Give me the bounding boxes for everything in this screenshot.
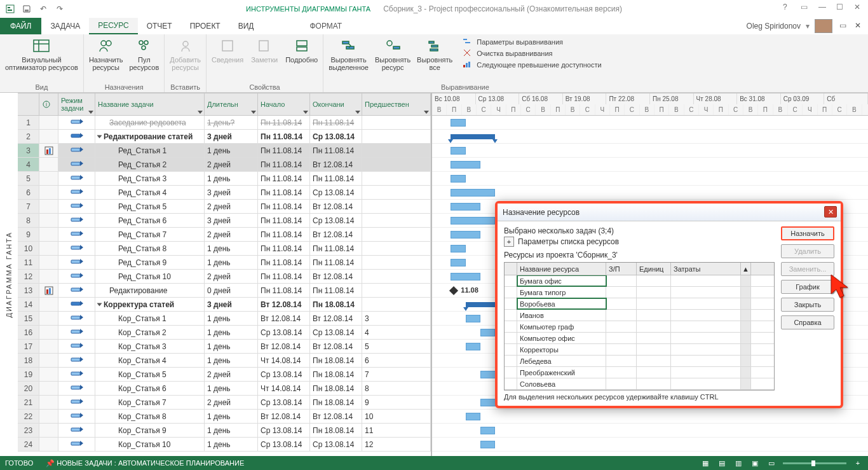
task-name-cell[interactable]: Ред_Статья 6 bbox=[95, 214, 205, 227]
task-row[interactable]: 21Кор_Статья 72 днейСр 13.08.14Пн 18.08.… bbox=[18, 396, 431, 410]
task-name-cell[interactable]: Ред_Статья 10 bbox=[95, 270, 205, 283]
task-row[interactable]: 17Кор_Статья 31 деньВт 12.08.14Вт 12.08.… bbox=[18, 340, 431, 354]
task-name-cell[interactable]: Ред_Статья 8 bbox=[95, 242, 205, 255]
task-row[interactable]: 18Кор_Статья 41 деньЧт 14.08.14Пн 18.08.… bbox=[18, 354, 431, 368]
add-resources-button[interactable]: Добавить ресурсы bbox=[170, 37, 201, 71]
duration-cell[interactable]: 2 дней bbox=[205, 228, 258, 241]
gantt-row[interactable] bbox=[432, 410, 868, 424]
start-cell[interactable]: Пн 11.08.14 bbox=[258, 144, 310, 157]
finish-cell[interactable]: Вт 12.08.14 bbox=[310, 270, 362, 283]
resource-name-cell[interactable]: Бумага типогр bbox=[517, 287, 606, 298]
row-number[interactable]: 9 bbox=[18, 228, 39, 241]
task-row[interactable]: 20Кор_Статья 61 деньЧт 14.08.14Пн 18.08.… bbox=[18, 382, 431, 396]
task-name-cell[interactable]: Ред_Статья 2 bbox=[95, 158, 205, 171]
finish-cell[interactable]: Вт 12.08.14 bbox=[310, 410, 362, 423]
ribbon-display-icon[interactable]: ▭ bbox=[801, 3, 810, 11]
gantt-bar[interactable] bbox=[451, 231, 480, 238]
task-mode-cell[interactable] bbox=[58, 298, 95, 311]
view-shortcut-2-icon[interactable]: ▤ bbox=[717, 458, 727, 468]
task-row[interactable]: 4Ред_Статья 22 днейПн 11.08.14Вт 12.08.1… bbox=[18, 158, 431, 172]
start-cell[interactable]: Чт 14.08.14 bbox=[258, 382, 310, 395]
gantt-bar[interactable] bbox=[451, 119, 465, 127]
predecessors-cell[interactable]: 5 bbox=[362, 340, 431, 353]
task-grid[interactable]: iРежим задачиНазвание задачиДлительнНача… bbox=[18, 93, 432, 456]
task-name-cell[interactable]: Ред_Статья 3 bbox=[95, 172, 205, 185]
task-mode-cell[interactable] bbox=[58, 312, 95, 325]
gantt-bar[interactable] bbox=[451, 273, 480, 280]
start-cell[interactable]: Вт 12.08.14 bbox=[258, 410, 310, 423]
start-cell[interactable]: Вт 12.08.14 bbox=[258, 312, 310, 325]
resource-col-header[interactable]: ▲ bbox=[741, 263, 751, 275]
resource-row[interactable]: Корректоры bbox=[505, 344, 774, 356]
gantt-row[interactable] bbox=[432, 438, 868, 452]
task-mode-cell[interactable] bbox=[58, 396, 95, 409]
next-overallocation-button[interactable]: Следующее превышение доступности bbox=[463, 60, 601, 70]
predecessors-cell[interactable]: 12 bbox=[362, 438, 431, 451]
task-row[interactable]: 15Кор_Статья 11 деньВт 12.08.14Вт 12.08.… bbox=[18, 312, 431, 326]
start-cell[interactable]: Пн 11.08.14 bbox=[258, 214, 310, 227]
task-mode-cell[interactable] bbox=[58, 354, 95, 367]
task-row[interactable]: 3Ред_Статья 11 деньПн 11.08.14Пн 11.08.1… bbox=[18, 144, 431, 158]
gantt-bar[interactable] bbox=[480, 329, 495, 336]
duration-cell[interactable]: 1 день bbox=[205, 410, 258, 423]
tab-отчет[interactable]: ОТЧЕТ bbox=[138, 18, 181, 34]
task-row[interactable]: 22Кор_Статья 81 деньВт 12.08.14Вт 12.08.… bbox=[18, 410, 431, 424]
duration-cell[interactable]: 2 дней bbox=[205, 270, 258, 283]
task-name-cell[interactable]: Кор_Статья 4 bbox=[95, 354, 205, 367]
task-mode-cell[interactable] bbox=[58, 228, 95, 241]
resource-row[interactable]: Соловьева bbox=[505, 378, 774, 390]
user-avatar[interactable] bbox=[815, 19, 832, 33]
resource-name-cell[interactable]: Соловьева bbox=[517, 378, 606, 389]
leveling-options-button[interactable]: Параметры выравнивания bbox=[463, 37, 601, 47]
start-cell[interactable]: Пн 11.08.14 bbox=[258, 130, 310, 143]
duration-cell[interactable]: 2 дней bbox=[205, 158, 258, 171]
assign-button[interactable]: Назначить bbox=[781, 226, 834, 240]
row-number[interactable]: 1 bbox=[18, 116, 39, 129]
close-icon[interactable]: ✕ bbox=[854, 3, 863, 11]
predecessors-cell[interactable]: 4 bbox=[362, 326, 431, 339]
gantt-bar[interactable] bbox=[451, 175, 465, 183]
dialog-close-button[interactable]: ✕ bbox=[824, 206, 837, 218]
save-icon[interactable] bbox=[20, 3, 33, 15]
row-number[interactable]: 24 bbox=[18, 438, 39, 451]
doc-close-icon[interactable]: ✕ bbox=[853, 21, 863, 31]
predecessors-cell[interactable] bbox=[362, 256, 431, 269]
task-mode-cell[interactable] bbox=[58, 382, 95, 395]
task-row[interactable]: 14Корректура статей3 днейВт 12.08.14Пн 1… bbox=[18, 298, 431, 312]
row-number[interactable]: 21 bbox=[18, 396, 39, 409]
tab-задача[interactable]: ЗАДАЧА bbox=[41, 18, 89, 34]
task-mode-cell[interactable] bbox=[58, 270, 95, 283]
task-mode-cell[interactable] bbox=[58, 158, 95, 171]
predecessors-cell[interactable] bbox=[362, 130, 431, 143]
row-number[interactable]: 7 bbox=[18, 200, 39, 213]
row-number[interactable]: 3 bbox=[18, 144, 39, 157]
predecessors-cell[interactable] bbox=[362, 270, 431, 283]
row-number[interactable]: 15 bbox=[18, 312, 39, 325]
predecessors-cell[interactable] bbox=[362, 144, 431, 157]
minimize-icon[interactable]: — bbox=[818, 3, 827, 11]
duration-cell[interactable]: 0 дней bbox=[205, 284, 258, 297]
predecessors-cell[interactable] bbox=[362, 172, 431, 185]
gantt-bar[interactable] bbox=[451, 203, 480, 211]
task-row[interactable]: 13Редактирование0 днейПн 11.08.14Пн 11.0… bbox=[18, 284, 431, 298]
task-mode-cell[interactable] bbox=[58, 186, 95, 199]
gantt-bar[interactable] bbox=[451, 147, 465, 155]
task-name-cell[interactable]: Кор_Статья 5 bbox=[95, 368, 205, 381]
tab-format[interactable]: ФОРМАТ bbox=[301, 18, 351, 34]
gantt-bar[interactable] bbox=[466, 315, 480, 322]
task-name-cell[interactable]: Корректура статей bbox=[95, 298, 205, 311]
duration-cell[interactable]: 3 дней bbox=[205, 130, 258, 143]
predecessors-cell[interactable] bbox=[362, 186, 431, 199]
duration-cell[interactable]: 1 день bbox=[205, 424, 258, 437]
predecessors-cell[interactable]: 8 bbox=[362, 382, 431, 395]
task-name-cell[interactable]: Ред_Статья 1 bbox=[95, 144, 205, 157]
gantt-bar[interactable] bbox=[451, 189, 495, 197]
gantt-bar[interactable] bbox=[466, 343, 480, 350]
start-cell[interactable]: Пн 11.08.14 bbox=[258, 172, 310, 185]
task-name-cell[interactable]: Ред_Статья 4 bbox=[95, 186, 205, 199]
col-header-1[interactable]: i bbox=[39, 93, 58, 115]
task-mode-cell[interactable] bbox=[58, 438, 95, 451]
finish-cell[interactable]: Ср 13.08.14 bbox=[310, 326, 362, 339]
gantt-row[interactable] bbox=[432, 424, 868, 438]
finish-cell[interactable]: Пн 11.08.14 bbox=[310, 144, 362, 157]
